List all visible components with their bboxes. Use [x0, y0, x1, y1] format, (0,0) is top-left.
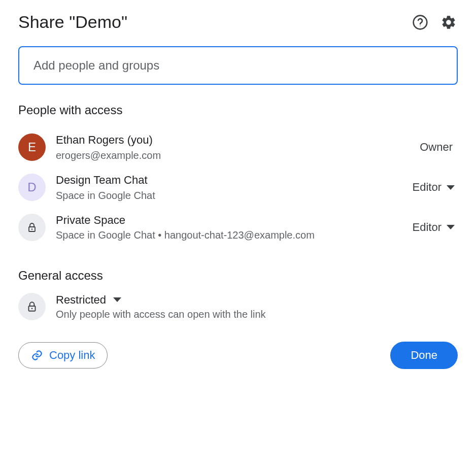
avatar: E — [18, 133, 46, 161]
dialog-footer: Copy link Done — [18, 342, 458, 369]
lock-icon — [25, 300, 39, 313]
person-name: Ethan Rogers (you) — [56, 132, 410, 148]
person-email: erogers@example.com — [56, 148, 410, 162]
avatar — [18, 214, 46, 241]
role-label: Editor — [413, 221, 441, 234]
general-access-dropdown[interactable]: Restricted — [56, 293, 458, 307]
gear-icon — [440, 14, 457, 30]
add-people-input-wrapper[interactable] — [18, 46, 458, 85]
settings-button[interactable] — [439, 13, 458, 31]
help-icon — [412, 14, 428, 30]
dialog-header: Share "Demo" — [18, 12, 458, 32]
person-row: D Design Team Chat Space in Google Chat … — [18, 168, 458, 208]
svg-point-1 — [420, 25, 421, 26]
dialog-title: Share "Demo" — [18, 12, 127, 32]
link-icon — [31, 349, 43, 361]
role-dropdown[interactable]: Editor — [413, 181, 458, 194]
person-name: Design Team Chat — [56, 173, 402, 188]
people-list: E Ethan Rogers (you) erogers@example.com… — [18, 127, 458, 247]
general-access-icon-wrapper — [18, 293, 46, 320]
role-label: Editor — [413, 181, 441, 194]
svg-point-3 — [31, 228, 32, 229]
person-subtitle: Space in Google Chat • hangout-chat-123@… — [56, 228, 402, 242]
done-label: Done — [411, 349, 437, 361]
person-row: Private Space Space in Google Chat • han… — [18, 208, 458, 248]
header-actions — [411, 13, 458, 31]
svg-point-5 — [31, 308, 33, 310]
avatar-letter: D — [27, 180, 36, 194]
avatar-letter: E — [28, 140, 36, 154]
person-info: Design Team Chat Space in Google Chat — [56, 173, 402, 203]
general-access-row: Restricted Only people with access can o… — [18, 293, 458, 320]
add-people-input[interactable] — [33, 58, 443, 73]
role-dropdown[interactable]: Editor — [413, 221, 458, 234]
person-name: Private Space — [56, 213, 402, 228]
chevron-down-icon — [113, 297, 121, 302]
person-info: Private Space Space in Google Chat • han… — [56, 213, 402, 243]
chevron-down-icon — [447, 185, 455, 190]
chevron-down-icon — [447, 225, 455, 229]
done-button[interactable]: Done — [390, 342, 458, 369]
lock-icon — [26, 221, 38, 233]
help-button[interactable] — [411, 13, 429, 31]
avatar: D — [18, 174, 46, 201]
general-access-title: General access — [18, 269, 458, 283]
person-row: E Ethan Rogers (you) erogers@example.com… — [18, 127, 458, 168]
general-access-info: Restricted Only people with access can o… — [56, 293, 458, 320]
person-info: Ethan Rogers (you) erogers@example.com — [56, 132, 410, 162]
person-subtitle: Space in Google Chat — [56, 188, 402, 203]
people-section-title: People with access — [18, 103, 458, 117]
svg-point-0 — [414, 15, 427, 29]
general-access-description: Only people with access can open with th… — [56, 309, 458, 320]
general-access-mode: Restricted — [56, 293, 106, 307]
role-label-owner: Owner — [420, 141, 458, 154]
copy-link-label: Copy link — [49, 349, 95, 362]
copy-link-button[interactable]: Copy link — [18, 342, 108, 369]
